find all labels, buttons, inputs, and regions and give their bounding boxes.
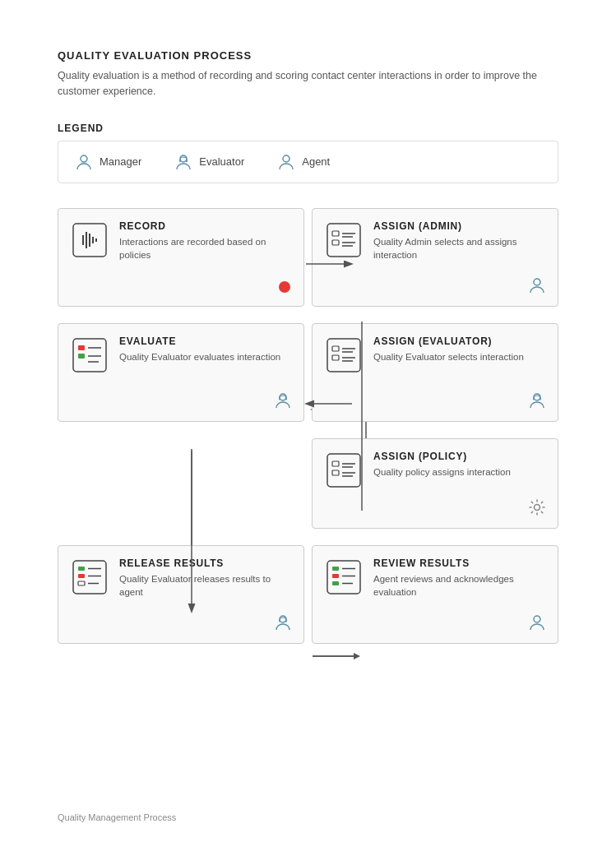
review-results-title: REVIEW RESULTS (373, 557, 544, 569)
review-results-badge (528, 613, 546, 635)
svg-rect-24 (332, 240, 339, 245)
svg-point-36 (280, 394, 286, 400)
flow-diagram: RECORD Interactions are recorded based o… (58, 208, 558, 644)
release-results-badge (274, 613, 292, 635)
record-desc: Interactions are recorded based on polic… (119, 235, 290, 262)
legend-item-manager: Manager (75, 153, 141, 171)
assign-policy-icon (324, 451, 364, 490)
review-results-icon (324, 557, 364, 597)
svg-point-21 (279, 281, 290, 293)
review-results-desc: Agent reviews and acknowledges evaluatio… (373, 572, 544, 599)
page-subtitle: Quality evaluation is a method of record… (58, 68, 558, 99)
svg-rect-65 (279, 620, 280, 622)
legend-manager-label: Manager (100, 155, 141, 168)
svg-rect-60 (78, 581, 85, 585)
legend-box: Manager Evaluator Agent (58, 141, 558, 183)
svg-rect-59 (78, 574, 85, 578)
svg-rect-1 (81, 162, 87, 164)
svg-rect-38 (285, 398, 287, 400)
record-box: RECORD Interactions are recorded based o… (58, 208, 304, 307)
svg-rect-37 (279, 398, 280, 400)
record-title: RECORD (119, 220, 290, 232)
assign-evaluator-icon (324, 335, 364, 375)
assign-policy-desc: Quality policy assigns interaction (373, 465, 511, 479)
evaluate-box: EVALUATE Quality Evaluator evaluates int… (58, 323, 304, 422)
manager-icon (75, 153, 93, 171)
svg-rect-68 (332, 567, 339, 571)
svg-point-29 (534, 279, 540, 285)
footer-text: Quality Management Process (58, 812, 176, 822)
svg-marker-12 (354, 653, 360, 659)
evaluator-icon (174, 153, 192, 171)
assign-admin-badge (528, 276, 546, 298)
flow-row-1: RECORD Interactions are recorded based o… (58, 208, 558, 307)
assign-evaluator-box: ASSIGN (EVALUATOR) Quality Evaluator sel… (312, 323, 558, 422)
release-results-icon (70, 557, 109, 597)
svg-point-64 (280, 616, 286, 622)
svg-point-46 (534, 394, 540, 400)
svg-rect-48 (540, 398, 541, 400)
legend-agent-label: Agent (302, 155, 330, 168)
svg-point-5 (283, 155, 289, 162)
assign-admin-box: ASSIGN (ADMIN) Quality Admin selects and… (312, 208, 558, 307)
record-badge (277, 280, 292, 298)
release-results-title: RELEASE RESULTS (119, 557, 290, 569)
svg-rect-31 (78, 345, 85, 350)
svg-rect-32 (78, 354, 85, 359)
assign-admin-title: ASSIGN (ADMIN) (373, 220, 544, 232)
svg-rect-70 (332, 581, 339, 585)
legend-item-agent: Agent (277, 153, 330, 171)
evaluate-badge (274, 391, 292, 413)
flow-row-2: EVALUATE Quality Evaluator evaluates int… (58, 323, 558, 422)
assign-evaluator-desc: Quality Evaluator selects interaction (373, 350, 524, 364)
svg-rect-41 (332, 355, 339, 360)
assign-policy-box: ASSIGN (POLICY) Quality policy assigns i… (312, 438, 558, 529)
svg-point-0 (81, 155, 87, 162)
svg-rect-66 (285, 620, 287, 622)
assign-admin-desc: Quality Admin selects and assigns intera… (373, 235, 544, 262)
svg-point-56 (535, 504, 540, 510)
legend-evaluator-label: Evaluator (199, 155, 244, 168)
release-results-box: RELEASE RESULTS Quality Evaluator releas… (58, 545, 304, 644)
review-results-box: REVIEW RESULTS Agent reviews and acknowl… (312, 545, 558, 644)
svg-rect-51 (332, 470, 339, 475)
flow-row-4: RELEASE RESULTS Quality Evaluator releas… (58, 545, 558, 644)
release-results-desc: Quality Evaluator releases results to ag… (119, 572, 290, 599)
svg-rect-58 (78, 567, 85, 571)
agent-icon (277, 153, 295, 171)
svg-rect-50 (332, 461, 339, 466)
evaluate-desc: Quality Evaluator evaluates interaction (119, 350, 280, 364)
assign-policy-title: ASSIGN (POLICY) (373, 451, 511, 462)
svg-rect-3 (179, 160, 181, 162)
svg-rect-40 (332, 346, 339, 351)
evaluate-title: EVALUATE (119, 335, 280, 347)
record-icon (70, 220, 109, 260)
assign-evaluator-title: ASSIGN (EVALUATOR) (373, 335, 524, 347)
svg-rect-69 (332, 574, 339, 578)
flow-row-3: ASSIGN (POLICY) Quality policy assigns i… (58, 438, 558, 529)
svg-point-2 (180, 155, 187, 162)
assign-evaluator-badge (528, 391, 546, 413)
page-title: QUALITY EVALUATION PROCESS (58, 49, 558, 62)
svg-point-74 (534, 616, 540, 622)
evaluate-icon (70, 335, 109, 375)
svg-rect-23 (332, 231, 339, 236)
legend-item-evaluator: Evaluator (174, 153, 244, 171)
svg-rect-47 (533, 398, 535, 400)
assign-admin-icon (324, 220, 364, 260)
assign-policy-badge (528, 498, 546, 520)
legend-label: LEGEND (58, 123, 558, 134)
svg-rect-4 (186, 160, 188, 162)
